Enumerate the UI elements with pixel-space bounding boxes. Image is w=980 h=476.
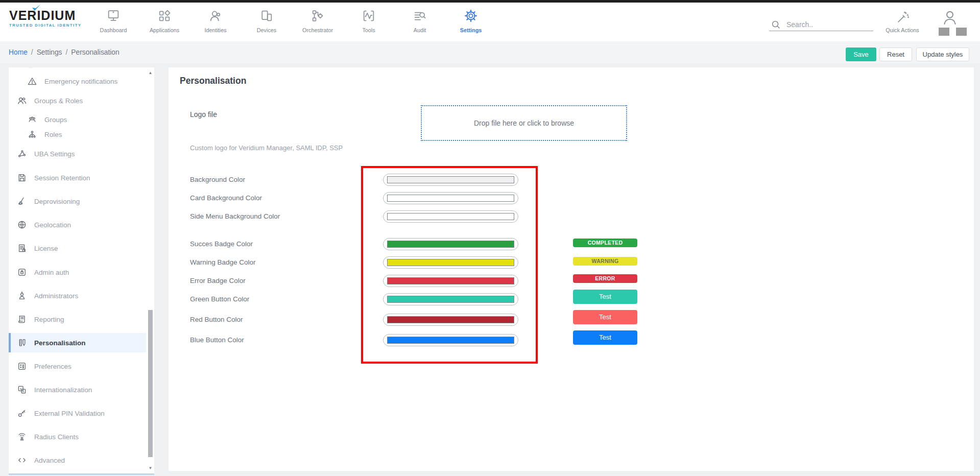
global-search — [769, 18, 873, 31]
nav-item-applications[interactable]: Applications — [139, 3, 190, 41]
color-input-warning-badge[interactable] — [383, 256, 518, 269]
preview-green-test-button[interactable]: Test — [573, 290, 637, 304]
field-label-background-color: Background Color — [190, 174, 245, 186]
person-icon — [17, 291, 27, 301]
sidebar-item-advanced[interactable]: Advanced — [9, 450, 146, 470]
preview-badge-completed: COMPLETED — [573, 239, 637, 247]
sidebar-item-session-retention[interactable]: Session Retention — [9, 168, 146, 187]
gear-icon — [464, 9, 478, 23]
color-swatch — [387, 316, 514, 323]
field-label-green-button-color: Green Button Color — [190, 293, 249, 305]
color-swatch — [387, 213, 514, 220]
share-graph-icon — [17, 149, 27, 159]
nav-item-identities[interactable]: Identities — [190, 3, 241, 41]
nav-item-audit[interactable]: Audit — [394, 3, 445, 41]
color-swatch — [387, 259, 514, 266]
sidebar-item-preferences[interactable]: Preferences — [9, 356, 146, 376]
logo-dropzone[interactable]: Drop file here or click to browse — [421, 105, 627, 141]
two-people-icon — [17, 96, 27, 106]
brand-tagline: TRUSTED DIGITAL IDENTITY — [9, 23, 86, 28]
nav-label: Identities — [190, 27, 241, 33]
broom-icon — [17, 196, 27, 206]
sidebar-item-groups-roles[interactable]: Groups & Roles — [9, 91, 146, 110]
monitor-icon — [106, 9, 121, 23]
scrollbar-thumb[interactable] — [148, 310, 153, 457]
color-swatch — [387, 296, 514, 303]
sidebar-item-internationalization[interactable]: aA Internationalization — [9, 380, 146, 399]
nav-label: Audit — [394, 27, 445, 33]
sidebar-item-administrators[interactable]: Administrators — [9, 286, 146, 305]
field-label-blue-button-color: Blue Button Color — [190, 334, 244, 346]
sidebar-item-roles[interactable]: Roles — [9, 125, 146, 144]
logo-file-hint: Custom logo for Veridium Manager, SAML I… — [190, 144, 343, 152]
sidebar-item-label: License — [34, 245, 58, 252]
decoration-square-right — [956, 28, 967, 36]
breadcrumb-current: Personalisation — [71, 49, 119, 56]
nav-item-orchestrator[interactable]: Orchestrator — [292, 3, 343, 41]
document-lock-icon — [17, 243, 27, 253]
breadcrumb-settings[interactable]: Settings — [37, 49, 62, 56]
flow-diagram-icon — [310, 9, 325, 23]
key-icon — [17, 408, 27, 418]
field-label-side-menu-background-color: Side Menu Background Color — [190, 210, 280, 223]
sidebar-item-label: Session Retention — [34, 174, 90, 182]
sidebar-item-label: Groups — [44, 116, 67, 124]
nav-item-dashboard[interactable]: Dashboard — [88, 3, 139, 41]
sidebar-item-label: Preferences — [34, 363, 71, 370]
floppy-disk-icon — [17, 173, 27, 183]
field-label-warning-badge-color: Warning Badge Color — [190, 256, 256, 269]
update-styles-button[interactable]: Update styles — [916, 47, 969, 61]
color-input-side-menu-background[interactable] — [383, 210, 518, 223]
main-nav: Dashboard Applications Identities Device… — [88, 3, 496, 41]
breadcrumb: Home/Settings/Personalisation — [9, 41, 119, 63]
user-icon — [941, 9, 959, 27]
sidebar-item-geolocation[interactable]: Geolocation — [9, 215, 146, 234]
brand-logo[interactable]: VERIDIUM TRUSTED DIGITAL IDENTITY — [9, 9, 86, 28]
color-input-green-button[interactable] — [383, 293, 518, 305]
dots-panel-icon — [17, 361, 27, 371]
preview-red-test-button[interactable]: Test — [573, 310, 637, 324]
preview-blue-test-button[interactable]: Test — [573, 330, 637, 345]
sidebar-item-reporting[interactable]: Reporting — [9, 310, 146, 329]
color-swatch — [387, 241, 514, 248]
preview-badge-error: ERROR — [573, 274, 637, 283]
color-swatch — [387, 195, 514, 202]
sidebar-item-deprovisioning[interactable]: Deprovisioning — [9, 192, 146, 211]
reset-button[interactable]: Reset — [879, 47, 912, 61]
breadcrumb-separator: / — [66, 49, 68, 56]
scroll-down-arrow[interactable]: ▼ — [147, 465, 154, 472]
person-badge-icon — [208, 9, 223, 23]
nav-label: Devices — [241, 27, 292, 33]
quick-actions-button[interactable]: Quick Actions — [884, 11, 921, 33]
color-input-card-background[interactable] — [383, 192, 518, 204]
color-input-blue-button[interactable] — [383, 334, 518, 346]
color-input-red-button[interactable] — [383, 314, 518, 326]
nav-item-tools[interactable]: Tools — [343, 3, 394, 41]
color-input-error-badge[interactable] — [383, 275, 518, 287]
brand-name: VERIDIUM — [9, 9, 86, 22]
sidebar-item-uba-settings[interactable]: UBA Settings — [9, 144, 146, 163]
scroll-up-arrow[interactable]: ▲ — [147, 69, 154, 77]
save-button[interactable]: Save — [846, 47, 876, 61]
clipped-item-icon — [27, 67, 37, 71]
sidebar-item-radius-clients[interactable]: Radius Clients — [9, 427, 146, 446]
nav-item-devices[interactable]: Devices — [241, 3, 292, 41]
color-swatch — [387, 277, 514, 284]
nav-label: Settings — [445, 27, 496, 33]
people-circle-icon — [27, 114, 37, 125]
sidebar-item-emergency-notifications[interactable]: Emergency notifications — [9, 72, 146, 91]
nav-item-settings[interactable]: Settings — [445, 3, 496, 41]
pulse-icon — [362, 9, 376, 23]
breadcrumb-home[interactable]: Home — [9, 49, 28, 56]
nav-label: Orchestrator — [292, 27, 343, 33]
sidebar-item-admin-auth[interactable]: Admin auth — [9, 263, 146, 282]
color-input-success-badge[interactable] — [383, 238, 518, 250]
color-input-background[interactable] — [383, 174, 518, 186]
sidebar-item-license[interactable]: License — [9, 239, 146, 258]
sidebar-item-personalisation[interactable]: Personalisation — [9, 333, 146, 352]
sidebar-item-label: Roles — [44, 131, 62, 138]
search-input[interactable] — [769, 18, 873, 31]
sidebar-item-external-pin-validation[interactable]: External PIN Validation — [9, 403, 146, 423]
user-avatar[interactable] — [941, 9, 959, 27]
color-swatch — [387, 337, 514, 344]
